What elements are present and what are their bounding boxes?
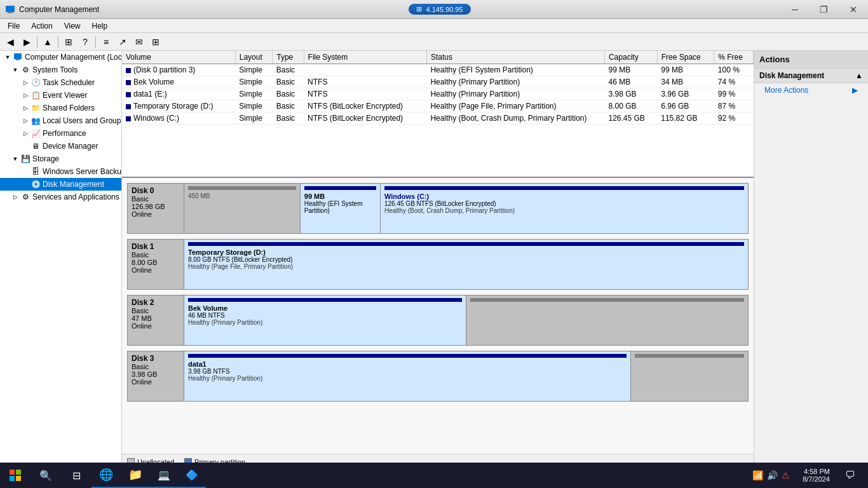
partition-3-0[interactable]: data13.98 GB NTFSHealthy (Primary Partit… [184, 351, 631, 401]
menu-action[interactable]: Action [26, 20, 57, 32]
menu-bar: File Action View Help [0, 19, 868, 33]
partition-1-0[interactable]: Temporary Storage (D:)8.00 GB NTFS (BitL… [184, 240, 748, 289]
cell-filesystem: NTFS [304, 76, 426, 88]
cell-filesystem: NTFS [304, 88, 426, 100]
toolbar-mail[interactable]: ✉ [132, 35, 147, 49]
table-row[interactable]: (Disk 0 partition 3) Simple Basic Health… [122, 64, 754, 76]
toolbar-export[interactable]: ≡ [98, 35, 114, 49]
col-status[interactable]: Status [426, 51, 604, 64]
partition-0-2[interactable]: Windows (C:)126.45 GB NTFS (BitLocker En… [381, 184, 748, 233]
partition-0-0[interactable]: 450 MB [184, 184, 301, 233]
actions-panel: Actions Disk Management ▲ More Actions ▶ [754, 51, 868, 469]
toolbar-view[interactable]: ⊞ [148, 35, 163, 49]
cell-type: Basic [273, 88, 304, 100]
window-controls[interactable]: ─ ❐ ✕ [780, 0, 868, 19]
toolbar-forward[interactable]: ▶ [19, 35, 34, 49]
folder-icon: 📁 [31, 103, 41, 113]
disk-status: Online [132, 322, 180, 330]
menu-help[interactable]: Help [87, 20, 113, 32]
partition-name: Temporary Storage (D:) [188, 248, 744, 256]
sidebar-label-disk-management: Disk Management [43, 180, 104, 189]
more-actions-label: More Actions [764, 86, 808, 95]
col-free[interactable]: Free Space [657, 51, 714, 64]
taskbar-task-view-button[interactable]: ⊟ [61, 463, 92, 488]
toolbar-help[interactable]: ? [78, 35, 93, 49]
sidebar-root[interactable]: ▼ Computer Management (Local [0, 51, 121, 64]
cell-free: 3.96 GB [657, 88, 714, 100]
sidebar-item-shared-folders[interactable]: ▷ 📁 Shared Folders [0, 102, 121, 114]
partition-2-0[interactable]: Bek Volume46 MB NTFSHealthy (Primary Par… [184, 295, 466, 345]
partition-2-1[interactable] [466, 295, 748, 345]
table-row[interactable]: Temporary Storage (D:) Simple Basic NTFS… [122, 100, 754, 112]
col-layout[interactable]: Layout [235, 51, 273, 64]
actions-more-actions[interactable]: More Actions ▶ [754, 83, 868, 97]
disk-type: Basic [132, 195, 180, 203]
sidebar-item-system-tools[interactable]: ▼ ⚙ System Tools [0, 64, 121, 76]
table-row[interactable]: Windows (C:) Simple Basic NTFS (BitLocke… [122, 112, 754, 125]
menu-file[interactable]: File [3, 20, 25, 32]
cell-free: 34 MB [657, 76, 714, 88]
cell-layout: Simple [235, 112, 273, 125]
windows-logo-icon [9, 469, 22, 482]
col-type[interactable]: Type [273, 51, 304, 64]
taskbar-app-explorer[interactable]: 📁 [121, 463, 150, 488]
disk-icon: 💿 [31, 179, 41, 189]
partition-3-1[interactable] [631, 351, 748, 401]
partition-name: Windows (C:) [384, 193, 744, 200]
taskbar-search-button[interactable]: 🔍 [31, 463, 61, 488]
taskbar-app-powershell[interactable]: 💻 [150, 463, 178, 488]
close-button[interactable]: ✕ [839, 0, 868, 19]
expand-icon-storage: ▼ [10, 156, 20, 162]
partition-status: Healthy (Page File, Primary Partition) [188, 263, 744, 270]
taskbar-time: 4:58 PM [804, 468, 830, 475]
sidebar-item-local-users[interactable]: ▷ 👥 Local Users and Groups [0, 114, 121, 127]
taskbar-start-button[interactable] [0, 463, 31, 488]
sidebar-item-device-manager[interactable]: 🖥 Device Manager [0, 140, 121, 152]
title-bar-left: Computer Management [0, 4, 99, 15]
col-volume[interactable]: Volume [122, 51, 235, 64]
maximize-button[interactable]: ❐ [810, 0, 839, 19]
services-icon: ⚙ [20, 192, 31, 202]
partition-label: 450 MB [188, 193, 296, 200]
cell-pct: 92 % [714, 112, 754, 125]
table-row[interactable]: data1 (E:) Simple Basic NTFS Healthy (Pr… [122, 88, 754, 100]
explorer-icon: 📁 [128, 468, 142, 482]
sidebar-label-services: Services and Applications [32, 193, 119, 201]
sidebar-label-storage: Storage [32, 154, 59, 163]
partition-0-1[interactable]: 99 MBHealthy (EFI System Partition) [301, 184, 381, 233]
toolbar-up[interactable]: ▲ [40, 35, 55, 49]
svg-rect-5 [16, 470, 21, 475]
taskbar-left: 🔍 ⊟ 🌐 📁 💻 🔷 [0, 463, 206, 488]
toolbar-show-hide[interactable]: ⊞ [61, 35, 76, 49]
menu-view[interactable]: View [59, 20, 86, 32]
sidebar-item-event-viewer[interactable]: ▷ 📋 Event Viewer [0, 89, 121, 102]
disk-name: Disk 3 [132, 354, 180, 363]
col-capacity[interactable]: Capacity [604, 51, 657, 64]
toolbar-back[interactable]: ◀ [3, 35, 18, 49]
sidebar-item-disk-management[interactable]: 💿 Disk Management [0, 178, 121, 191]
cell-type: Basic [273, 100, 304, 112]
expand-icon: ▷ [20, 92, 31, 98]
table-row[interactable]: Bek Volume Simple Basic NTFS Healthy (Pr… [122, 76, 754, 88]
taskbar-app-ie[interactable]: 🌐 [92, 463, 121, 488]
cell-type: Basic [273, 76, 304, 88]
actions-section-disk-management[interactable]: Disk Management ▲ [754, 69, 868, 83]
sidebar-item-performance[interactable]: ▷ 📈 Performance [0, 127, 121, 140]
minimize-button[interactable]: ─ [780, 0, 810, 19]
taskbar-notification-button[interactable]: 🗩 [837, 463, 863, 488]
gear-icon: ⚙ [20, 65, 31, 75]
sidebar-item-backup[interactable]: 🗄 Windows Server Backup [0, 165, 121, 178]
sidebar-item-task-scheduler[interactable]: ▷ 🕐 Task Scheduler [0, 76, 121, 89]
storage-icon: 💾 [20, 154, 31, 164]
sidebar-item-storage[interactable]: ▼ 💾 Storage [0, 152, 121, 165]
col-pct[interactable]: % Free [714, 51, 754, 64]
volume-tray-icon: 🔊 [767, 470, 778, 480]
col-filesystem[interactable]: File System [304, 51, 426, 64]
disk-size: 8.00 GB [132, 259, 180, 266]
taskbar-app-network[interactable]: 🔷 [178, 463, 206, 488]
volume-table-container: Volume Layout Type File System Status Ca… [122, 51, 754, 178]
sidebar-item-services[interactable]: ▷ ⚙ Services and Applications [0, 191, 121, 203]
toolbar-share[interactable]: ↗ [115, 35, 130, 49]
taskbar-clock[interactable]: 4:58 PM 8/7/2024 [797, 468, 835, 483]
perf-icon: 📈 [31, 128, 41, 139]
